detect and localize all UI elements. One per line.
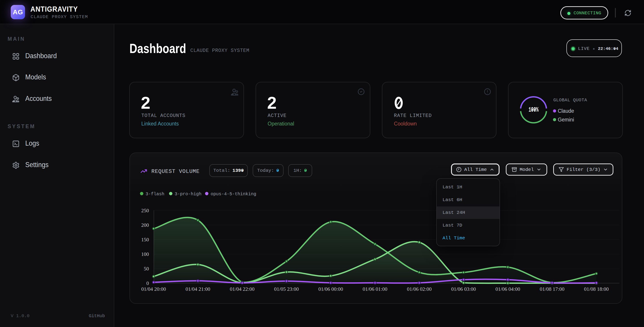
svg-text:250: 250 xyxy=(141,208,149,214)
svg-text:01/06 04:00: 01/06 04:00 xyxy=(496,286,520,292)
svg-text:50: 50 xyxy=(144,266,149,272)
svg-text:01/04 21:00: 01/04 21:00 xyxy=(186,286,210,292)
svg-text:01/06 03:00: 01/06 03:00 xyxy=(451,286,476,292)
svg-text:01/05 23:00: 01/05 23:00 xyxy=(274,286,299,292)
svg-text:0: 0 xyxy=(146,280,149,286)
svg-text:01/06 02:00: 01/06 02:00 xyxy=(407,286,432,292)
svg-text:100%: 100% xyxy=(528,106,539,114)
svg-text:100: 100 xyxy=(141,252,149,257)
svg-text:150: 150 xyxy=(141,237,149,242)
svg-text:01/06 01:00: 01/06 01:00 xyxy=(363,286,388,292)
svg-text:01/04 20:00: 01/04 20:00 xyxy=(141,286,166,292)
svg-text:01/08 17:00: 01/08 17:00 xyxy=(540,286,564,292)
svg-text:01/06 00:00: 01/06 00:00 xyxy=(318,286,343,292)
svg-text:01/04 22:00: 01/04 22:00 xyxy=(230,286,255,292)
svg-text:01/08 18:00: 01/08 18:00 xyxy=(584,286,609,292)
svg-text:200: 200 xyxy=(141,222,149,228)
